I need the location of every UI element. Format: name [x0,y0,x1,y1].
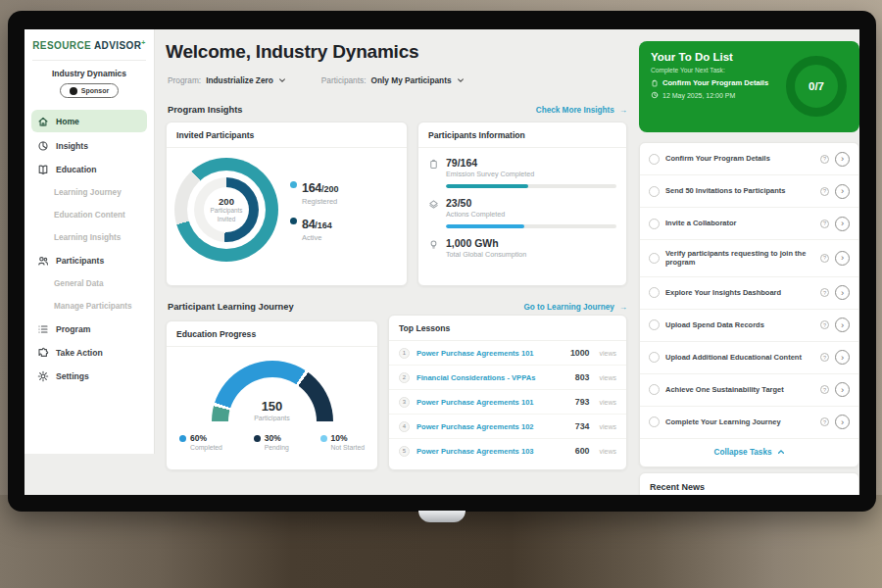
lesson-link[interactable]: Power Purchase Agreements 101 [416,398,568,407]
sponsor-label: Sponsor [81,87,109,94]
collapse-tasks-label: Collapse Tasks [713,448,771,457]
task-checkbox[interactable] [649,186,660,197]
participants-information-card: Participants Information 79/164 Emission… [417,122,627,286]
check-more-insights-link[interactable]: Check More Insights [536,106,627,115]
task-row: Complete Your Learning Journey [640,407,858,439]
clipboard-icon [651,79,659,87]
legend-item-completed: 60% Completed [179,433,222,451]
stat-value: 79/164 [446,157,534,169]
task-open-button[interactable] [835,285,850,300]
views-suffix: views [599,350,616,357]
lesson-row: 4 Power Purchase Agreements 102 734 view… [389,415,626,439]
logo-word-advisor: ADVISOR [94,40,141,51]
sidebar-item-home[interactable]: Home [31,110,147,132]
info-icon[interactable] [820,385,829,394]
sidebar-item-general-data[interactable]: General Data [24,272,154,295]
sidebar-item-settings[interactable]: Settings [24,365,154,388]
task-open-button[interactable] [835,184,850,199]
lesson-row: 1 Power Purchase Agreements 101 1000 vie… [389,341,626,366]
task-checkbox[interactable] [649,416,660,427]
info-icon[interactable] [820,254,829,263]
donut-center: 200 Participants Invited [174,158,278,262]
info-icon[interactable] [820,320,829,329]
legend-total: /164 [315,220,332,230]
info-icon[interactable] [820,155,829,164]
sidebar-item-label: Insights [56,141,88,151]
collapse-tasks-link[interactable]: Collapse Tasks [640,439,858,466]
rank-badge: 1 [399,348,410,359]
go-to-learning-journey-link[interactable]: Go to Learning Journey [523,303,627,312]
sidebar-item-label: Learning Journey [54,188,122,197]
views-suffix: views [599,374,616,381]
lesson-link[interactable]: Financial Considerations - VPPAs [416,373,568,382]
task-open-button[interactable] [835,350,850,365]
education-progress-gauge: 150 Participants [212,361,333,421]
info-icon[interactable] [820,220,829,228]
sidebar-item-manage-participants[interactable]: Manage Participants [24,295,154,318]
task-checkbox[interactable] [649,352,660,363]
sidebar-item-take-action[interactable]: Take Action [24,341,154,365]
legend-value: 84 [302,218,315,231]
invited-participants-body: 200 Participants Invited 164/200 [167,148,407,271]
task-checkbox[interactable] [649,253,660,264]
info-icon[interactable] [820,187,829,196]
task-label: Send 50 Invitations to Participants [665,186,814,196]
sponsor-icon [70,87,77,95]
sidebar-item-program[interactable]: Program [24,318,154,341]
stat-label: Actions Completed [446,210,505,219]
section-title: Participant Learning Journey [168,302,294,312]
info-icon[interactable] [820,417,829,426]
task-open-button[interactable] [835,152,850,167]
legend-total: /200 [321,184,339,194]
program-filter-value: Industrialize Zero [206,75,273,85]
sidebar-item-education[interactable]: Education [24,158,154,181]
card-title: Participants Information [418,122,626,148]
task-checkbox[interactable] [649,287,660,298]
task-open-button[interactable] [835,217,850,231]
clock-icon [651,91,659,99]
filter-bar: Program: Industrialize Zero Participants… [168,75,465,85]
org-name: Industry Dynamics [24,69,154,78]
task-label: Explore Your Insights Dashboard [665,288,814,298]
legend-label: Pending [265,444,289,451]
participants-filter-value: Only My Participants [370,75,451,85]
lesson-link[interactable]: Power Purchase Agreements 103 [416,447,568,456]
rank-badge: 5 [399,446,410,457]
lesson-link[interactable]: Power Purchase Agreements 102 [416,422,568,431]
sidebar-item-learning-journey[interactable]: Learning Journey [24,181,154,204]
task-checkbox[interactable] [649,319,660,330]
task-open-button[interactable] [835,318,850,332]
legend-dot [290,218,297,224]
stat-value: 23/50 [446,197,505,209]
legend-dot [290,181,297,188]
sidebar-item-learning-insights[interactable]: Learning Insights [24,226,154,249]
task-open-button[interactable] [835,415,850,429]
gauge-center-value: 150 [212,399,333,414]
sidebar-item-insights[interactable]: Insights [24,134,154,158]
task-open-button[interactable] [835,251,850,266]
sidebar-item-label: Manage Participants [54,302,132,311]
task-checkbox[interactable] [649,154,660,165]
task-checkbox[interactable] [649,219,660,229]
task-open-button[interactable] [835,382,850,397]
task-row: Invite a Collaborator [640,208,858,240]
list-icon [37,323,49,335]
lesson-row: 3 Power Purchase Agreements 101 793 view… [389,390,626,415]
lesson-row: 2 Financial Considerations - VPPAs 803 v… [389,366,626,390]
gauge-center-label: Participants [212,415,333,421]
donut-center-label-line2: Invited [211,216,243,224]
participants-filter-dropdown[interactable]: Participants: Only My Participants [321,75,465,85]
program-filter-dropdown[interactable]: Program: Industrialize Zero [168,75,286,85]
info-icon[interactable] [820,288,829,297]
sidebar-item-education-content[interactable]: Education Content [24,204,154,226]
sponsor-badge[interactable]: Sponsor [60,83,119,98]
lesson-link[interactable]: Power Purchase Agreements 101 [416,349,564,358]
legend-item-pending: 30% Pending [254,433,289,451]
sidebar-item-participants[interactable]: Participants [24,249,154,272]
puzzle-icon [37,347,49,359]
task-row: Confirm Your Program Details [640,143,858,175]
task-checkbox[interactable] [649,384,660,395]
lightbulb-icon [428,239,439,259]
info-icon[interactable] [820,353,829,362]
chevron-down-icon [278,76,286,84]
